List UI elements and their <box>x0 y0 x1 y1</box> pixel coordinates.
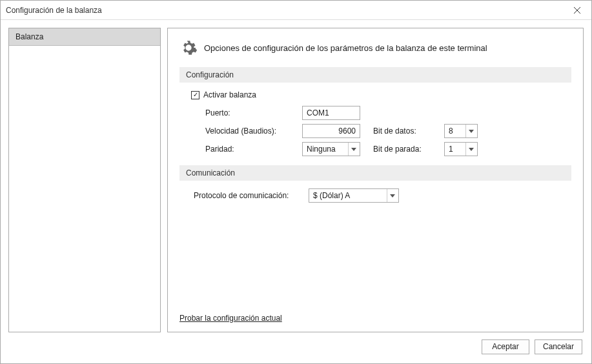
cancel-button-label: Cancelar <box>543 342 574 351</box>
select-paridad-value: Ninguna <box>307 145 336 154</box>
label-bitparada: Bit de parada: <box>373 145 431 154</box>
checkbox-box[interactable] <box>191 91 199 99</box>
section-header-comm: Comunicación <box>179 165 571 181</box>
sidebar-item-balanza[interactable]: Balanza <box>9 28 160 46</box>
checkbox-activar-balanza[interactable]: Activar balanza <box>191 90 571 99</box>
select-bitparada-value: 1 <box>449 145 453 154</box>
sidebar-item-label: Balanza <box>15 32 43 41</box>
chevron-down-icon <box>465 125 476 137</box>
label-protocolo: Protocolo de comunicación: <box>194 191 291 200</box>
section-header-config: Configuración <box>179 67 571 83</box>
label-puerto: Puerto: <box>205 108 289 117</box>
select-bitdatos[interactable]: 8 <box>444 124 478 138</box>
label-baudios: Velocidad (Baudios): <box>205 126 289 136</box>
titlebar: Configuración de la balanza <box>1 1 591 20</box>
panel-header: Opciones de configuración de los parámet… <box>179 39 571 57</box>
select-protocolo[interactable]: $ (Dólar) A <box>309 188 399 203</box>
chevron-down-icon <box>465 143 476 156</box>
input-puerto[interactable]: COM1 <box>302 106 360 120</box>
accept-button[interactable]: Aceptar <box>482 339 529 354</box>
chevron-down-icon <box>387 189 397 202</box>
section-body-comm: Protocolo de comunicación: $ (Dólar) A <box>179 188 571 212</box>
label-paridad: Paridad: <box>205 145 289 154</box>
section-body-config: Activar balanza Puerto: COM1 Velocidad (… <box>179 90 571 165</box>
input-puerto-value: COM1 <box>307 108 329 117</box>
panel-header-text: Opciones de configuración de los parámet… <box>204 43 487 53</box>
label-bitdatos: Bit de datos: <box>373 126 431 136</box>
sidebar: Balanza <box>8 28 161 332</box>
test-link-text: Probar la configuración actual <box>179 314 282 323</box>
accept-button-label: Aceptar <box>492 342 518 351</box>
close-icon <box>574 7 580 14</box>
cancel-button[interactable]: Cancelar <box>535 339 582 354</box>
select-paridad[interactable]: Ninguna <box>302 142 360 156</box>
dialog-window: Configuración de la balanza Balanza Opci <box>0 0 592 364</box>
dialog-body: Balanza Opciones de configuración de los… <box>1 20 591 363</box>
select-bitparada[interactable]: 1 <box>444 142 478 156</box>
dialog-footer: Aceptar Cancelar <box>8 332 584 357</box>
input-baudios-value: 9600 <box>338 126 356 136</box>
select-bitdatos-value: 8 <box>449 126 453 136</box>
comm-row: Protocolo de comunicación: $ (Dólar) A <box>194 188 571 203</box>
link-probar-configuracion[interactable]: Probar la configuración actual <box>179 314 282 323</box>
window-title: Configuración de la balanza <box>6 6 562 15</box>
select-protocolo-value: $ (Dólar) A <box>313 191 350 200</box>
split-pane: Balanza Opciones de configuración de los… <box>8 28 584 332</box>
chevron-down-icon <box>348 143 358 156</box>
main-panel: Opciones de configuración de los parámet… <box>167 28 584 332</box>
gear-icon <box>179 39 198 57</box>
checkbox-label: Activar balanza <box>203 90 256 99</box>
close-button[interactable] <box>562 1 591 20</box>
config-grid: Puerto: COM1 Velocidad (Baudios): 9600 B… <box>205 106 571 156</box>
input-baudios[interactable]: 9600 <box>302 124 360 138</box>
